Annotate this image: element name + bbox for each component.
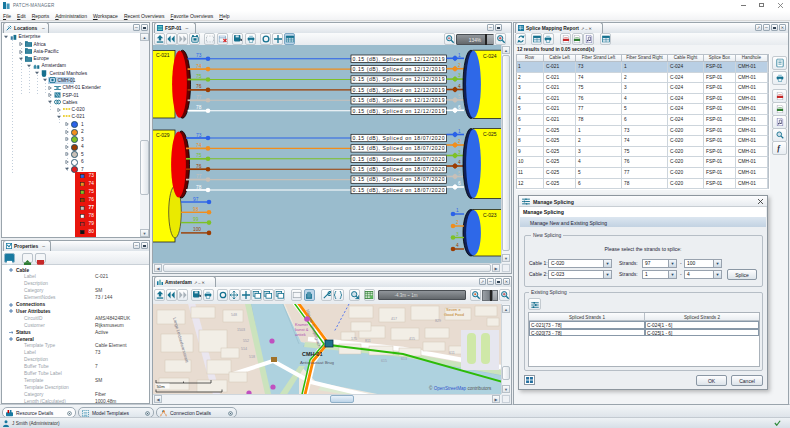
svg-text:77: 77 <box>196 174 202 179</box>
svg-text:175: 175 <box>351 337 357 341</box>
svg-text:811: 811 <box>365 339 371 343</box>
svg-text:74: 74 <box>196 143 202 148</box>
svg-text:Good Food: Good Food <box>444 312 464 317</box>
svg-text:C-021: C-021 <box>156 52 170 58</box>
svg-text:1503: 1503 <box>237 328 245 332</box>
svg-text:5: 5 <box>458 94 461 99</box>
svg-text:C-023: C-023 <box>483 212 497 218</box>
svg-text:1: 1 <box>456 208 459 213</box>
svg-text:73: 73 <box>196 53 202 58</box>
svg-text:514: 514 <box>241 347 247 351</box>
svg-text:4: 4 <box>456 243 459 248</box>
svg-text:4: 4 <box>458 160 461 165</box>
svg-text:75: 75 <box>196 74 202 79</box>
svg-text:552: 552 <box>243 339 249 343</box>
svg-text:0.15 (dB), Spliced on 18/07/20: 0.15 (dB), Spliced on 18/07/2020 <box>353 187 445 193</box>
svg-text:2: 2 <box>458 139 461 144</box>
svg-text:3: 3 <box>458 73 461 78</box>
svg-text:50m: 50m <box>157 384 166 389</box>
svg-text:0.15 (dB), Spliced on 18/07/20: 0.15 (dB), Spliced on 18/07/2020 <box>353 156 445 162</box>
svg-text:0.15 (dB), Spliced on 12/12/20: 0.15 (dB), Spliced on 12/12/2019 <box>353 76 445 82</box>
svg-text:615: 615 <box>381 359 387 363</box>
svg-text:829: 829 <box>435 319 441 323</box>
svg-text:518: 518 <box>249 355 255 359</box>
svg-text:1: 1 <box>458 129 461 134</box>
svg-text:76: 76 <box>196 84 202 89</box>
svg-text:C-024: C-024 <box>483 53 497 59</box>
svg-text:74: 74 <box>196 64 202 69</box>
svg-text:417: 417 <box>391 317 397 321</box>
svg-text:548: 548 <box>231 313 237 317</box>
svg-text:CMH-01: CMH-01 <box>302 351 322 357</box>
svg-text:C-025: C-025 <box>483 131 497 137</box>
svg-text:3: 3 <box>456 232 459 237</box>
svg-text:5: 5 <box>458 171 461 176</box>
svg-text:f: f <box>777 144 781 153</box>
svg-text:0.15 (dB), Spliced on 12/12/20: 0.15 (dB), Spliced on 12/12/2019 <box>353 56 445 62</box>
svg-text:76: 76 <box>196 164 202 169</box>
svg-text:77: 77 <box>196 95 202 100</box>
svg-text:415: 415 <box>409 337 415 341</box>
svg-text:2: 2 <box>458 63 461 68</box>
svg-text:0.15 (dB), Spliced on 12/12/20: 0.15 (dB), Spliced on 12/12/2019 <box>353 66 445 72</box>
svg-text:2: 2 <box>456 220 459 225</box>
svg-text:1: 1 <box>458 53 461 58</box>
svg-text:0.15 (dB), Spliced on 18/07/20: 0.15 (dB), Spliced on 18/07/2020 <box>353 176 445 182</box>
svg-text:97: 97 <box>193 197 199 202</box>
svg-text:6: 6 <box>458 181 461 186</box>
svg-text:98: 98 <box>193 207 199 212</box>
svg-text:0.15 (dB), Spliced on 12/12/20: 0.15 (dB), Spliced on 12/12/2019 <box>353 108 445 114</box>
svg-text:4: 4 <box>458 84 461 89</box>
svg-text:0.15 (dB), Spliced on 18/07/20: 0.15 (dB), Spliced on 18/07/2020 <box>353 135 445 141</box>
svg-text:© OpenStreetMap contributors: © OpenStreetMap contributors <box>429 385 492 391</box>
svg-text:0.15 (dB), Spliced on 12/12/20: 0.15 (dB), Spliced on 12/12/2019 <box>353 97 445 103</box>
svg-text:99: 99 <box>193 217 199 222</box>
svg-text:Antiquariaat Brug: Antiquariaat Brug <box>300 360 334 365</box>
svg-text:6: 6 <box>458 105 461 110</box>
svg-text:75: 75 <box>196 153 202 158</box>
svg-text:3: 3 <box>458 150 461 155</box>
svg-text:100: 100 <box>193 227 201 232</box>
svg-text:0.15 (dB), Spliced on 18/07/20: 0.15 (dB), Spliced on 18/07/2020 <box>353 166 445 172</box>
svg-text:antiek: antiek <box>295 332 306 337</box>
svg-text:73: 73 <box>196 133 202 138</box>
svg-text:0.15 (dB), Spliced on 12/12/20: 0.15 (dB), Spliced on 12/12/2019 <box>353 87 445 93</box>
svg-text:0.15 (dB), Spliced on 18/07/20: 0.15 (dB), Spliced on 18/07/2020 <box>353 145 445 151</box>
svg-text:C-029: C-029 <box>156 132 170 138</box>
svg-text:78: 78 <box>196 185 202 190</box>
svg-text:611: 611 <box>449 351 455 355</box>
svg-text:613: 613 <box>401 357 407 361</box>
svg-text:78: 78 <box>196 105 202 110</box>
